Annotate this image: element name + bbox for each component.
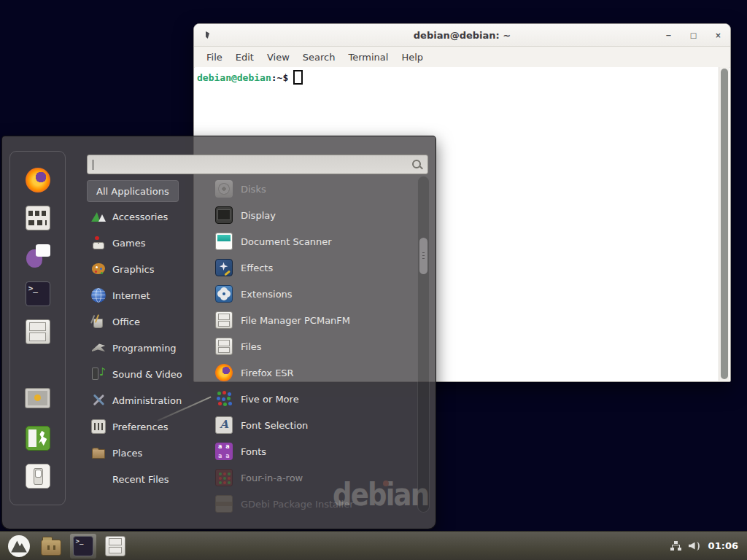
- package-icon: [215, 495, 233, 513]
- logout-icon[interactable]: [26, 426, 50, 451]
- file-cabinet-icon: [215, 338, 233, 355]
- category-accessories[interactable]: Accessories: [87, 203, 204, 230]
- preferences-icon: [91, 419, 106, 434]
- terminal-cursor: [293, 70, 303, 85]
- taskbar: 01:06: [0, 531, 747, 560]
- shutdown-icon[interactable]: [26, 464, 50, 489]
- category-sound-video[interactable]: Sound & Video: [87, 361, 204, 387]
- graphics-icon: [91, 262, 106, 276]
- terminal-titlebar[interactable]: debian@debian: ~ − □ ×: [194, 24, 730, 47]
- app-item-four-in-a-row[interactable]: Four-in-a-row: [208, 464, 417, 491]
- four-in-a-row-icon: [215, 469, 233, 486]
- places-icon: [91, 446, 106, 460]
- app-list-scrollbar-thumb[interactable]: [419, 238, 427, 274]
- text-caret: [93, 160, 93, 170]
- app-item-display[interactable]: Display: [208, 202, 417, 228]
- category-office[interactable]: Office: [87, 308, 204, 335]
- close-button[interactable]: ×: [713, 31, 723, 39]
- clock[interactable]: 01:06: [708, 540, 738, 551]
- category-administration[interactable]: Administration: [87, 387, 204, 413]
- app-item-document-scanner[interactable]: Document Scanner: [208, 228, 417, 254]
- terminal-task-button[interactable]: [70, 534, 96, 559]
- prompt-path: :~$: [271, 72, 288, 83]
- file-cabinet-icon: [215, 311, 233, 329]
- prompt-user-host: debian@debian: [197, 72, 271, 83]
- category-preferences[interactable]: Preferences: [87, 413, 204, 440]
- category-games[interactable]: Games: [87, 230, 204, 256]
- app-item-effects[interactable]: Effects: [208, 254, 417, 281]
- internet-icon: [91, 288, 106, 303]
- terminal-title: debian@debian: ~: [414, 30, 511, 41]
- sound-video-icon: [91, 367, 106, 381]
- system-tray: 01:06: [670, 540, 741, 551]
- menu-icon: [8, 535, 30, 557]
- file-cabinet-icon: [105, 536, 125, 556]
- menu-file[interactable]: File: [200, 52, 229, 63]
- search-icon: [412, 160, 421, 168]
- menu-button[interactable]: [6, 534, 32, 559]
- app-item-five-or-more[interactable]: Five or More: [208, 386, 417, 412]
- category-graphics[interactable]: Graphics: [87, 256, 204, 282]
- category-recent-files[interactable]: Recent Files: [87, 466, 204, 492]
- menu-sidebar: [9, 151, 66, 505]
- maximize-button[interactable]: □: [689, 31, 698, 39]
- games-icon: [91, 236, 106, 250]
- five-or-more-icon: [215, 390, 233, 408]
- firefox-icon[interactable]: [26, 168, 50, 192]
- effects-icon: [215, 259, 233, 276]
- app-item-gdebi-package-installer[interactable]: GDebi Package Installer: [208, 491, 417, 516]
- app-item-firefox-esr[interactable]: Firefox ESR: [208, 359, 417, 386]
- menu-view[interactable]: View: [260, 52, 296, 63]
- terminal-window-icon: [206, 31, 209, 39]
- volume-icon[interactable]: [689, 541, 701, 551]
- app-item-fonts[interactable]: Fonts: [208, 438, 417, 464]
- office-icon: [91, 314, 106, 329]
- administration-icon: [91, 393, 106, 408]
- folder-icon: [41, 540, 61, 556]
- menu-edit[interactable]: Edit: [229, 52, 260, 63]
- app-item-disks[interactable]: Disks: [208, 176, 417, 202]
- app-item-file-manager-pcmanfm[interactable]: File Manager PCManFM: [208, 307, 417, 333]
- app-list-scrollbar[interactable]: [417, 176, 430, 513]
- app-item-files[interactable]: Files: [208, 333, 417, 359]
- desktop: debian debian@debian: ~ − □ × File Edit …: [0, 0, 747, 560]
- menu-help[interactable]: Help: [395, 52, 430, 63]
- disks-icon: [215, 180, 233, 198]
- firefox-icon: [215, 364, 233, 381]
- display-icon: [215, 206, 233, 224]
- category-internet[interactable]: Internet: [87, 282, 204, 308]
- terminal-scrollbar-thumb[interactable]: [721, 69, 728, 379]
- document-scanner-icon: [215, 233, 233, 250]
- app-item-font-selection[interactable]: Font Selection: [208, 412, 417, 438]
- application-menu: All Applications Accessories Games Graph…: [1, 136, 436, 529]
- lock-screen-icon[interactable]: [26, 388, 50, 413]
- network-icon[interactable]: [670, 541, 681, 551]
- menu-search[interactable]: Search: [296, 52, 342, 63]
- terminal-icon: [73, 536, 93, 556]
- terminal-scrollbar[interactable]: [719, 67, 729, 381]
- category-places[interactable]: Places: [87, 440, 204, 466]
- menu-terminal[interactable]: Terminal: [341, 52, 395, 63]
- programming-icon: [91, 341, 106, 355]
- keyboard-icon[interactable]: [26, 206, 50, 230]
- files-task-button[interactable]: [102, 534, 128, 559]
- category-programming[interactable]: Programming: [87, 335, 204, 361]
- file-manager-button[interactable]: [38, 534, 64, 559]
- terminal-icon[interactable]: [26, 281, 50, 306]
- app-item-extensions[interactable]: Extensions: [208, 281, 417, 307]
- terminal-menubar: File Edit View Search Terminal Help: [194, 47, 730, 68]
- minimize-button[interactable]: −: [664, 31, 673, 39]
- accessories-icon: [91, 209, 106, 224]
- fonts-icon: [215, 443, 233, 460]
- extensions-icon: [215, 285, 233, 303]
- category-list: All Applications Accessories Games Graph…: [87, 180, 204, 492]
- app-list: Disks Display Document Scanner Effects E…: [208, 176, 417, 516]
- file-cabinet-icon[interactable]: [26, 319, 50, 344]
- pidgin-icon[interactable]: [26, 244, 50, 268]
- category-all-applications[interactable]: All Applications: [87, 180, 179, 202]
- font-selection-icon: [215, 416, 233, 434]
- menu-search-field[interactable]: [87, 155, 428, 174]
